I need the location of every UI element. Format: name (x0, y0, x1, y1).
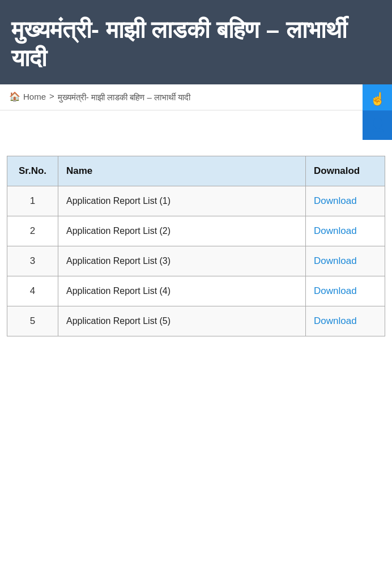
cell-sr-no: 4 (7, 276, 58, 306)
cell-download: Download (306, 276, 385, 306)
cell-download: Download (306, 216, 385, 246)
cell-sr-no: 3 (7, 246, 58, 276)
breadcrumb-wrapper: 🏠 Home > मुख्यमंत्री- माझी लाडकी बहिण – … (0, 84, 392, 110)
breadcrumb: 🏠 Home > मुख्यमंत्री- माझी लाडकी बहिण – … (0, 84, 392, 110)
breadcrumb-home: 🏠 Home (9, 91, 46, 102)
page-title: मुख्यमंत्री- माझी लाडकी बहिण – लाभार्थी … (11, 16, 381, 73)
cell-download: Download (306, 186, 385, 216)
pointer-icon: ☝️ (370, 92, 385, 106)
col-header-sr-no: Sr.No. (7, 156, 58, 186)
table-header: Sr.No. Name Downalod (7, 156, 385, 186)
table-container: Sr.No. Name Downalod 1Application Report… (0, 144, 392, 348)
contact-icon: 👤 (370, 118, 385, 133)
page-header: मुख्यमंत्री- माझी लाडकी बहिण – लाभार्थी … (0, 0, 392, 84)
cell-name: Application Report List (3) (58, 246, 306, 276)
cell-name: Application Report List (2) (58, 216, 306, 246)
breadcrumb-content: 🏠 Home > मुख्यमंत्री- माझी लाडकी बहिण – … (9, 91, 383, 103)
cell-download: Download (306, 246, 385, 276)
table-row: 3Application Report List (3)Download (7, 246, 385, 276)
fab-button-2[interactable]: 👤 (363, 110, 392, 140)
cell-download: Download (306, 306, 385, 336)
cell-name: Application Report List (4) (58, 276, 306, 306)
table-header-row: Sr.No. Name Downalod (7, 156, 385, 186)
table-row: 4Application Report List (4)Download (7, 276, 385, 306)
cell-sr-no: 1 (7, 186, 58, 216)
table-body: 1Application Report List (1)Download2App… (7, 186, 385, 336)
cell-sr-no: 5 (7, 306, 58, 336)
home-label[interactable]: Home (23, 92, 46, 101)
table-row: 1Application Report List (1)Download (7, 186, 385, 216)
table-row: 5Application Report List (5)Download (7, 306, 385, 336)
fab-button-1[interactable]: ☝️ (363, 84, 392, 114)
cell-sr-no: 2 (7, 216, 58, 246)
cell-name: Application Report List (1) (58, 186, 306, 216)
breadcrumb-current: मुख्यमंत्री- माझी लाडकी बहिण – लाभार्थी … (58, 91, 190, 103)
home-icon: 🏠 (9, 91, 20, 102)
col-header-name: Name (58, 156, 306, 186)
data-table: Sr.No. Name Downalod 1Application Report… (7, 156, 385, 336)
download-link[interactable]: Download (314, 195, 357, 206)
col-header-download: Downalod (306, 156, 385, 186)
download-link[interactable]: Download (314, 255, 357, 266)
cell-name: Application Report List (5) (58, 306, 306, 336)
download-link[interactable]: Download (314, 225, 357, 236)
download-link[interactable]: Download (314, 315, 357, 326)
table-row: 2Application Report List (2)Download (7, 216, 385, 246)
breadcrumb-separator: > (49, 91, 54, 101)
download-link[interactable]: Download (314, 285, 357, 296)
